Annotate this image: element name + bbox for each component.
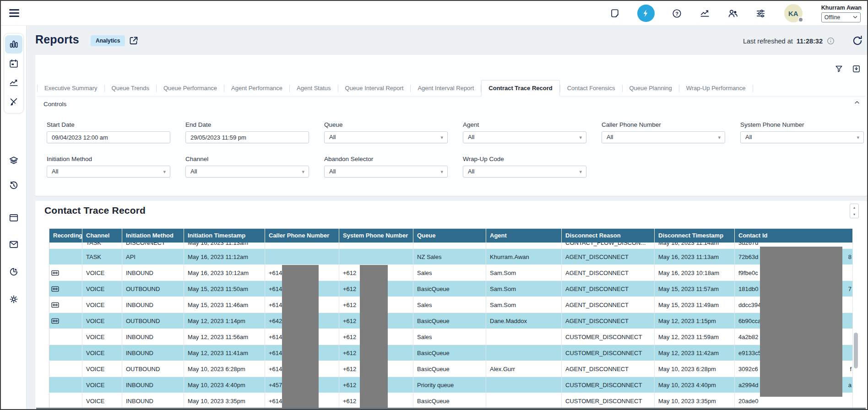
recording-cell — [49, 249, 82, 265]
tab-wrap-up-performance[interactable]: Wrap-Up Performance — [679, 81, 753, 96]
cell-text: CUSTOMER_DISCONNECT — [565, 334, 642, 340]
table-vertical-scrollbar-thumb[interactable] — [854, 333, 858, 368]
filter-select-wrap-up-code[interactable]: All▾ — [463, 166, 586, 178]
cell-initiation-method: DISCONNECT — [122, 243, 184, 249]
help-icon[interactable]: ? — [672, 8, 683, 19]
notes-icon[interactable] — [609, 8, 620, 19]
tab-agent-status[interactable]: Agent Status — [290, 81, 337, 96]
cell-initiation-timestamp: May 16, 2023 10:12am — [184, 265, 265, 281]
cell-text: OUTBOUND — [126, 366, 160, 372]
filter-input-start-date[interactable] — [47, 131, 170, 143]
scroll-up-arrow-icon[interactable]: ▲ — [850, 204, 858, 211]
cell-text: May 12, 2023 11:56am — [188, 334, 248, 340]
filter-select-agent[interactable]: All▾ — [463, 131, 586, 143]
column-header-agent[interactable]: Agent — [486, 229, 562, 243]
filter-select-system-phone-number[interactable]: All▾ — [740, 131, 864, 143]
tab-contact-forensics[interactable]: Contact Forensics — [560, 81, 622, 96]
filter-select-queue[interactable]: All▾ — [324, 131, 448, 143]
sidebar-item-trends[interactable] — [5, 74, 22, 92]
column-header-disconnect-reason[interactable]: Disconnect Reason — [562, 229, 655, 243]
report-tabs: Executive SummaryQueue TrendsQueue Perfo… — [37, 81, 865, 97]
cell-initiation-timestamp: May 16, 2023 11:12am — [184, 249, 265, 265]
refresh-icon[interactable] — [852, 35, 863, 47]
preferences-sliders-icon[interactable] — [755, 8, 766, 19]
recording-icon[interactable] — [51, 302, 80, 308]
tab-queue-performance[interactable]: Queue Performance — [157, 81, 224, 96]
cell-initiation-method: API — [122, 249, 184, 265]
sidebar-item-layers[interactable] — [4, 151, 24, 170]
sidebar-item-design[interactable] — [5, 93, 22, 111]
filter-select-caller-phone-number[interactable]: All▾ — [602, 131, 725, 143]
info-icon[interactable] — [826, 37, 835, 45]
external-link-icon[interactable] — [128, 35, 139, 46]
tab-agent-interval-report[interactable]: Agent Interval Report — [411, 81, 481, 96]
filter-funnel-icon[interactable] — [834, 64, 843, 73]
metrics-line-chart-icon[interactable] — [700, 8, 711, 19]
cell-text: May 15, 2023 11:46am — [188, 302, 248, 308]
scroll-down-arrow-icon[interactable]: ▼ — [850, 211, 858, 218]
recording-icon[interactable] — [51, 286, 80, 292]
hamburger-menu-icon[interactable] — [8, 7, 20, 19]
contacts-people-icon[interactable] — [727, 8, 738, 19]
user-avatar[interactable]: KA — [784, 4, 803, 22]
tab-executive-summary[interactable]: Executive Summary — [38, 81, 104, 96]
filters-row-1: Start DateEnd DateQueueAll▾AgentAll▾Call… — [47, 121, 864, 143]
cell-queue: NZ Sales — [413, 249, 486, 265]
sidebar-item-pie[interactable] — [4, 263, 24, 281]
cell-disconnect-timestamp: May 12, 2023 11:59am — [655, 329, 735, 345]
column-header-contact-id[interactable]: Contact Id — [735, 229, 853, 243]
left-sidebar — [1, 26, 27, 409]
cell-text: CUSTOMER_DISCONNECT — [565, 382, 642, 388]
filter-select-abandon-selector[interactable]: All▾ — [324, 166, 448, 178]
tab-queue-trends[interactable]: Queue Trends — [105, 81, 156, 96]
bar-chart-icon — [9, 39, 19, 49]
cell-initiation-method: INBOUND — [122, 377, 184, 393]
sidebar-item-settings[interactable] — [4, 290, 24, 308]
cell-text: Sales — [417, 302, 432, 308]
filter-initiation-method: Initiation MethodAll▾ — [47, 156, 170, 178]
sidebar-item-calendar[interactable] — [5, 54, 22, 73]
sidebar-item-browser[interactable] — [4, 209, 24, 227]
table-horizontal-scrollbar[interactable] — [36, 408, 866, 410]
download-icon[interactable] — [852, 64, 861, 73]
tab-queue-interval-report[interactable]: Queue Interval Report — [338, 81, 411, 96]
chevron-down-icon: ▾ — [579, 166, 582, 177]
column-header-caller-phone-number[interactable]: Caller Phone Number — [265, 229, 339, 243]
cell-text: May 10, 2023 3:35pm — [658, 398, 716, 405]
cell-system-phone — [339, 243, 413, 249]
cell-initiation-timestamp: May 12, 2023 1:14pm — [184, 313, 265, 329]
cell-text: May 16, 2023 11:13am — [658, 254, 719, 260]
recording-icon[interactable] — [51, 270, 80, 276]
filter-input-end-date[interactable] — [185, 131, 309, 143]
column-header-initiation-method[interactable]: Initiation Method — [122, 229, 184, 243]
cell-disconnect-timestamp: May 12, 2023 11:42am — [655, 345, 735, 361]
pie-chart-icon — [9, 267, 19, 277]
tab-agent-performance[interactable]: Agent Performance — [224, 81, 289, 96]
cell-agent: Sam.Som — [486, 265, 562, 281]
cell-text: May 15, 2023 11:49am — [658, 302, 719, 308]
sidebar-item-history[interactable] — [4, 176, 24, 194]
tab-queue-planning[interactable]: Queue Planning — [623, 81, 679, 96]
column-header-system-phone-number[interactable]: System Phone Number — [339, 229, 413, 243]
recording-icon[interactable] — [51, 318, 80, 324]
filter-select-initiation-method[interactable]: All▾ — [47, 166, 170, 178]
column-header-disconnect-timestamp[interactable]: Disconnect Timestamp — [655, 229, 735, 243]
cell-initiation-timestamp: May 12, 2023 11:41am — [184, 345, 265, 361]
collapse-chevron-up-icon[interactable] — [853, 99, 861, 106]
cell-text: VOICE — [86, 350, 104, 356]
column-header-initiation-timestamp[interactable]: Initiation Timestamp — [184, 229, 265, 243]
sidebar-item-mail[interactable] — [4, 235, 24, 254]
quick-actions-lightning-icon[interactable] — [637, 5, 655, 22]
cell-text: CUSTOMER_DISCONNECT — [565, 350, 642, 356]
cell-text: +614 — [269, 398, 282, 405]
column-header-recording[interactable]: Recording — [49, 229, 82, 243]
layers-icon — [9, 156, 19, 166]
column-header-queue[interactable]: Queue — [413, 229, 486, 243]
filter-select-channel[interactable]: All▾ — [185, 166, 309, 178]
tab-contract-trace-record[interactable]: Contract Trace Record — [481, 80, 559, 97]
app-frame: ? KA Khurram Awan Offline — [0, 0, 868, 410]
column-header-channel[interactable]: Channel — [82, 229, 122, 243]
table-row: VOICEINBOUNDMay 15, 2023 11:46am+614+612… — [49, 297, 853, 313]
sidebar-item-reports[interactable] — [5, 35, 22, 54]
status-select[interactable]: Offline — [821, 12, 861, 22]
